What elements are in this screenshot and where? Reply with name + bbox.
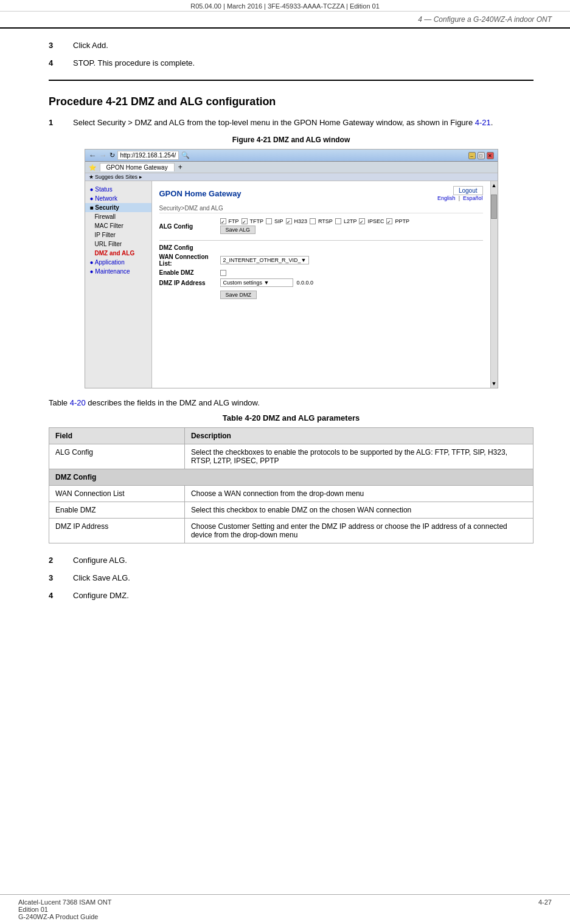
sc-dmz-label: DMZ Config	[159, 244, 220, 251]
sc-lang-es[interactable]: Español	[463, 195, 483, 201]
sc-new-tab-btn[interactable]: +	[178, 163, 182, 171]
sc-tab-bar: ⭐ GPON Home Gateway +	[85, 162, 498, 173]
step-num-3: 3	[49, 41, 73, 50]
sc-page-body: ● Status ● Network ■ Security Firewall M…	[85, 181, 498, 388]
header-text: R05.04.00 | March 2016 | 3FE-45933-AAAA-…	[190, 2, 380, 10]
sc-cb-tftp[interactable]	[242, 218, 248, 224]
table-header-desc: Description	[184, 428, 533, 444]
doc-header: R05.04.00 | March 2016 | 3FE-45933-AAAA-…	[0, 0, 570, 12]
sc-cb-rtsp[interactable]	[310, 218, 316, 224]
table-cell-field: ALG Config	[49, 444, 185, 469]
sc-alg-checkboxes: FTP TFTP SIP H323 RTSP L2TP IPSEC PPTP S…	[220, 218, 483, 234]
proc-step-1-text: Select Security > DMZ and ALG from the t…	[73, 118, 534, 127]
sc-gw-header: GPON Home Gateway Logout English | Españ…	[159, 186, 483, 201]
bottom-step-3-text: Click Save ALG.	[73, 573, 534, 582]
sc-enable-dmz-label: Enable DMZ	[159, 269, 220, 276]
table-row: WAN Connection List Choose a WAN connect…	[49, 486, 534, 502]
sc-separator-1	[159, 240, 483, 241]
sc-cb-ftp[interactable]	[220, 218, 226, 224]
sc-dmz-ip-row: DMZ IP Address Custom settings ▼ 0.0.0.0	[159, 278, 483, 287]
table-cell-desc: Select the checkboxes to enable the prot…	[184, 444, 533, 469]
bottom-step-2-num: 2	[49, 556, 73, 565]
sc-sidebar-network[interactable]: ● Network	[85, 194, 151, 203]
sc-address-field[interactable]: http://192.168.1.254/	[117, 151, 179, 160]
table-cell-desc: Select this checkbox to enable DMZ on th…	[184, 502, 533, 519]
sc-dmz-config-block: DMZ Config WAN Connection List: 2_INTERN…	[159, 244, 483, 299]
sc-cb-h323[interactable]	[286, 218, 292, 224]
sc-search-icon[interactable]: 🔍	[181, 151, 190, 159]
chapter-bar: 4 — Configure a G-240WZ-A indoor ONT	[0, 12, 570, 29]
table-row: DMZ IP Address Choose Customer Setting a…	[49, 519, 534, 543]
procedure-heading: Procedure 4-21 DMZ and ALG configuration	[49, 95, 534, 108]
sc-scrollbar[interactable]: ▲ ▼	[490, 181, 498, 388]
sc-alg-config-block: ALG Config FTP TFTP SIP H323 RTSP L2TP I…	[159, 218, 483, 234]
sc-forward-icon[interactable]: →	[99, 151, 107, 160]
table-ref-text: Table 4-20 describes the fields in the D…	[49, 398, 534, 407]
sc-sidebar-security[interactable]: ■ Security	[85, 203, 151, 212]
chapter-bar-text: 4 — Configure a G-240WZ-A indoor ONT	[418, 15, 552, 24]
sc-sidebar-status[interactable]: ● Status	[85, 185, 151, 194]
sc-sidebar-mac-filter[interactable]: MAC Filter	[85, 221, 151, 230]
section-divider	[49, 80, 534, 81]
bottom-step-2-text: Configure ALG.	[73, 556, 534, 565]
sc-main-area: GPON Home Gateway Logout English | Españ…	[152, 181, 490, 388]
sc-alg-checkbox-row: FTP TFTP SIP H323 RTSP L2TP IPSEC PPTP	[220, 218, 483, 224]
sc-scroll-thumb[interactable]	[491, 195, 497, 219]
sc-dmz-ip-value: 0.0.0.0	[297, 280, 314, 286]
param-table-title: Table 4-20 DMZ and ALG parameters	[49, 413, 534, 422]
sc-back-icon[interactable]: ←	[89, 151, 97, 160]
proc-step-1-num: 1	[49, 118, 73, 127]
bottom-step-3: 3 Click Save ALG.	[49, 573, 534, 582]
sc-sidebar-maintenance[interactable]: ● Maintenance	[85, 267, 151, 276]
footer-left: Alcatel-Lucent 7368 ISAM ONT Edition 01 …	[18, 898, 111, 920]
table-row: ALG Config Select the checkboxes to enab…	[49, 444, 534, 469]
table-ref-link[interactable]: 4-20	[70, 398, 86, 407]
bottom-step-2: 2 Configure ALG.	[49, 556, 534, 565]
sc-cb-pptp[interactable]	[386, 218, 392, 224]
figure-ref-link[interactable]: 4-21	[475, 118, 491, 127]
sc-sidebar: ● Status ● Network ■ Security Firewall M…	[85, 181, 152, 388]
sc-save-alg-button[interactable]: Save ALG	[220, 226, 256, 234]
bottom-step-4-num: 4	[49, 591, 73, 600]
sc-wan-dropdown[interactable]: 2_INTERNET_OTHER_R_VID_▼	[220, 256, 310, 264]
sc-save-dmz-button[interactable]: Save DMZ	[220, 291, 257, 299]
sc-lang: English | Español	[437, 195, 482, 201]
sc-tab-label[interactable]: GPON Home Gateway	[100, 163, 175, 171]
sc-dmz-ip-dropdown[interactable]: Custom settings ▼	[220, 278, 293, 287]
sc-cb-l2tp[interactable]	[335, 218, 341, 224]
sc-dmz-title-row: DMZ Config	[159, 244, 483, 251]
sc-enable-dmz-checkbox[interactable]	[220, 270, 226, 276]
table-cell-field: WAN Connection List	[49, 486, 185, 502]
sc-sidebar-url-filter[interactable]: URL Filter	[85, 240, 151, 249]
sc-maximize-btn[interactable]: □	[478, 152, 485, 159]
sc-cb-sip[interactable]	[266, 218, 272, 224]
sc-tab-icon: ⭐	[89, 164, 96, 171]
figure-caption: Figure 4-21 DMZ and ALG window	[49, 136, 534, 144]
sc-scroll-down[interactable]: ▼	[492, 381, 497, 387]
sc-minimize-btn[interactable]: –	[468, 152, 476, 159]
sc-cb-ipsec[interactable]	[359, 218, 365, 224]
sc-enable-dmz-row: Enable DMZ	[159, 269, 483, 276]
table-cell-desc: Choose a WAN connection from the drop-do…	[184, 486, 533, 502]
sc-scroll-up[interactable]: ▲	[492, 182, 497, 188]
doc-footer: Alcatel-Lucent 7368 ISAM ONT Edition 01 …	[0, 894, 570, 924]
screenshot-figure: ← → ↻ http://192.168.1.254/ 🔍 – □ ✕ ⭐ GP…	[85, 149, 498, 388]
sc-wan-connection-row: WAN Connection List: 2_INTERNET_OTHER_R_…	[159, 253, 483, 267]
sc-lang-en[interactable]: English	[437, 195, 456, 201]
sc-close-btn[interactable]: ✕	[487, 152, 494, 159]
step-text-3: Click Add.	[73, 41, 534, 50]
sc-wan-label: WAN Connection List:	[159, 253, 220, 267]
main-content: 3 Click Add. 4 STOP. This procedure is c…	[0, 29, 570, 621]
sc-sidebar-ip-filter[interactable]: IP Filter	[85, 230, 151, 240]
table-cell-field: Enable DMZ	[49, 502, 185, 519]
step-text-4: STOP. This procedure is complete.	[73, 58, 534, 67]
bottom-step-3-num: 3	[49, 573, 73, 582]
sc-sidebar-application[interactable]: ● Application	[85, 258, 151, 267]
sc-gw-title: GPON Home Gateway	[159, 189, 242, 198]
sc-window-controls: – □ ✕	[468, 152, 494, 159]
sc-refresh-icon[interactable]: ↻	[109, 151, 115, 159]
table-section-label: DMZ Config	[49, 469, 534, 486]
sc-sidebar-dmz-alg[interactable]: DMZ and ALG	[85, 249, 151, 258]
sc-sidebar-firewall[interactable]: Firewall	[85, 212, 151, 221]
sc-logout-button[interactable]: Logout	[453, 186, 483, 195]
